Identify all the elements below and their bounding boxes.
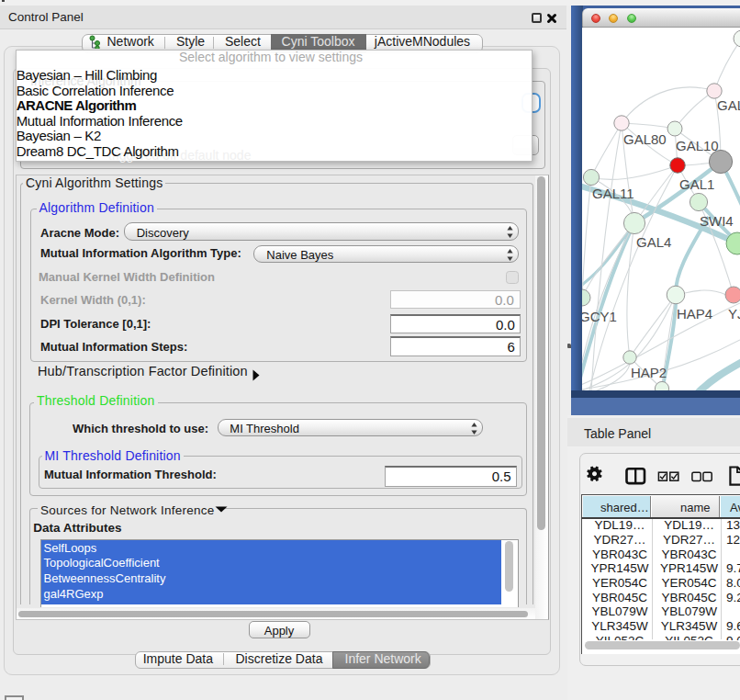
svg-text:GAL11: GAL11 (592, 186, 634, 201)
svg-text:SWI4: SWI4 (700, 213, 734, 229)
svg-text:GAL80: GAL80 (623, 131, 667, 147)
svg-text:GAL1: GAL1 (679, 176, 714, 192)
svg-text:GCY1: GCY1 (582, 309, 617, 324)
svg-text:HAP4: HAP4 (677, 306, 712, 322)
svg-text:YJ: YJ (728, 306, 740, 322)
svg-text:GAL10: GAL10 (676, 138, 719, 153)
svg-text:GAL2: GAL2 (717, 97, 740, 113)
svg-text:GAL4: GAL4 (636, 234, 671, 250)
svg-text:HAP2: HAP2 (631, 365, 667, 380)
